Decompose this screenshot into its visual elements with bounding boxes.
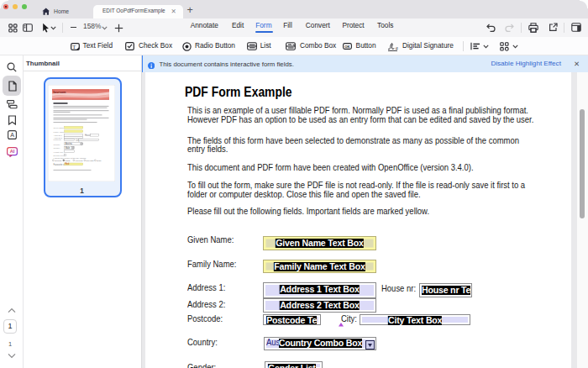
svg-text:Male: Male (66, 146, 71, 150)
svg-text:Gender: Gender (54, 148, 60, 150)
svg-text:Morning: Morning (75, 160, 83, 162)
svg-text:Country: Country (54, 144, 61, 145)
svg-text:T: T (72, 43, 76, 49)
svg-text:Postcode: Postcode (54, 139, 62, 141)
svg-text:Height (cm): Height (cm) (54, 151, 64, 153)
svg-text:Sunrise: Sunrise (55, 160, 62, 162)
svg-text:Dusk: Dusk (97, 160, 102, 162)
svg-text:a: a (396, 45, 398, 50)
svg-text:Family Name: Family Name (54, 131, 66, 133)
svg-text:Address 2: Address 2 (54, 137, 63, 139)
svg-text:OK: OK (344, 45, 349, 49)
svg-text:Night: Night (65, 160, 70, 162)
svg-text:Daylight: Daylight (86, 160, 93, 162)
svg-text:A: A (10, 132, 14, 138)
svg-text:foursom: foursom (53, 91, 66, 94)
svg-text:Address 1: Address 1 (54, 134, 63, 136)
svg-text:Red: Red (66, 163, 70, 166)
svg-text:AI: AI (10, 149, 15, 154)
svg-text:Given Name: Given Name (54, 127, 65, 129)
svg-text:Austria: Austria (66, 143, 73, 146)
